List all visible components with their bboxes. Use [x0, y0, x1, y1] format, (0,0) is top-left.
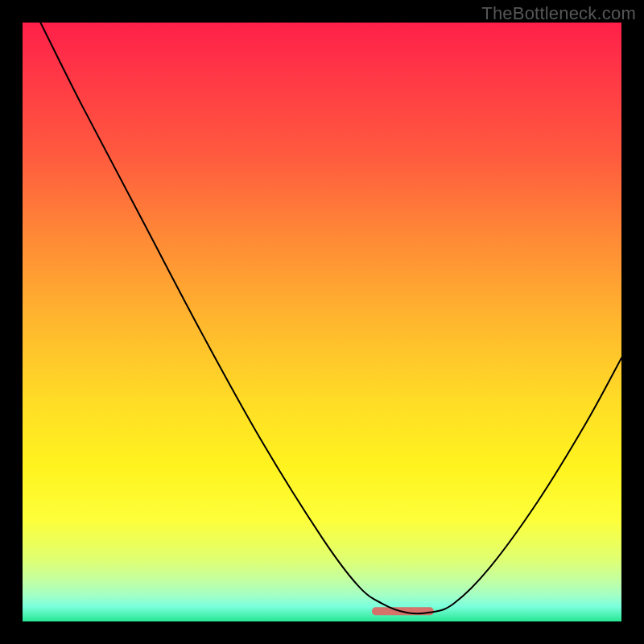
bottleneck-curve-line	[40, 23, 621, 613]
chart-frame: TheBottleneck.com	[0, 0, 644, 644]
watermark-text: TheBottleneck.com	[481, 3, 636, 24]
plot-area	[23, 23, 621, 621]
curve-layer	[23, 23, 621, 621]
